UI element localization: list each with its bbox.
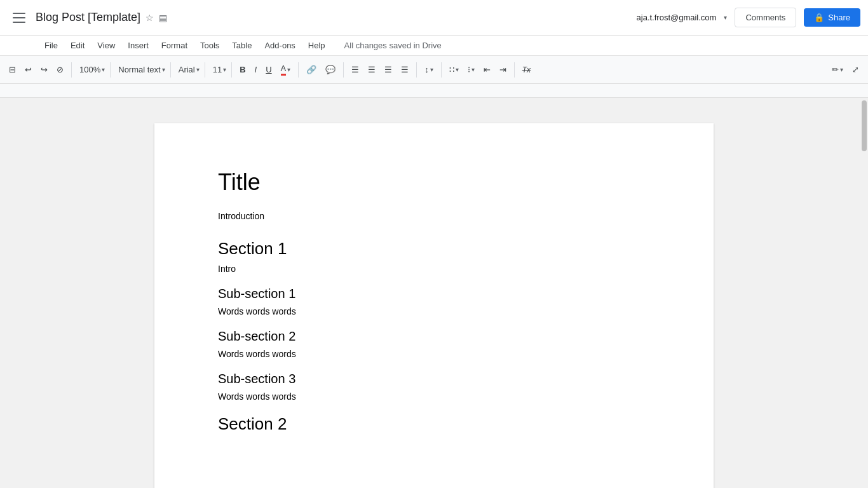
subsection3-body[interactable]: Words words words [218,391,650,402]
link-button[interactable]: 🔗 [302,62,320,77]
decrease-indent-button[interactable]: ⇤ [480,62,494,77]
app-menu-icon[interactable] [8,6,31,29]
font-color-button[interactable]: A ▾ [277,61,295,78]
font-color-chevron: ▾ [287,66,290,73]
clear-formatting-icon: Tx [522,65,531,74]
separator-3 [170,62,171,78]
line-spacing-icon: ↕ [424,65,429,74]
style-value: Normal text [118,65,160,74]
content-area: Title Introduction Section 1 Intro Sub-s… [0,98,868,488]
comment-icon: 💬 [325,65,336,74]
comments-button[interactable]: Comments [735,8,796,27]
lock-icon: 🔒 [814,13,824,22]
font-size-value: 11 [213,65,222,74]
toolbar: ⊟ ↩ ↪ ⊘ 100% ▾ Normal text ▾ Arial ▾ 11 … [0,56,868,84]
align-justify-button[interactable]: ☰ [397,62,412,77]
italic-icon: I [255,65,257,74]
user-email: aja.t.frost@gmail.com [637,13,717,22]
separator-4 [205,62,205,78]
font-color-icon: A [281,64,287,76]
subsection3-heading[interactable]: Sub-section 3 [218,372,650,386]
separator-1 [71,62,72,78]
star-icon[interactable]: ☆ [146,13,154,23]
menu-view[interactable]: View [91,38,121,53]
doc-title-area: Blog Post [Template] ☆ ▤ [36,11,637,24]
bulleted-list-button[interactable]: ⁝ ▾ [464,62,478,77]
align-right-icon: ☰ [384,65,392,74]
font-size-chevron: ▾ [223,66,226,73]
align-left-button[interactable]: ☰ [348,62,363,77]
print-button[interactable]: ⊟ [5,62,20,77]
bold-icon: B [240,65,245,74]
paint-format-icon: ⊘ [57,65,64,74]
menu-format[interactable]: Format [155,38,194,53]
font-dropdown[interactable]: Arial ▾ [175,62,201,77]
ruler [0,84,868,98]
increase-indent-button[interactable]: ⇥ [496,62,510,77]
menu-insert[interactable]: Insert [121,38,155,53]
align-center-button[interactable]: ☰ [364,62,379,77]
menu-file[interactable]: File [38,38,64,53]
top-right-area: aja.t.frost@gmail.com ▾ Comments 🔒 Share [637,8,860,27]
separator-10 [514,62,515,78]
zoom-value: 100% [79,65,100,74]
bold-button[interactable]: B [236,62,249,77]
menu-tools[interactable]: Tools [194,38,226,53]
undo-button[interactable]: ↩ [21,62,36,77]
comment-button[interactable]: 💬 [322,62,339,77]
folder-icon[interactable]: ▤ [159,13,167,23]
pen-icon: ✏ [832,65,839,74]
separator-5 [231,62,232,78]
link-icon: 🔗 [306,65,316,74]
separator-7 [343,62,344,78]
subsection1-heading[interactable]: Sub-section 1 [218,287,650,301]
zoom-chevron: ▾ [102,66,105,73]
pen-color-button[interactable]: ✏ ▾ [828,62,847,77]
subsection1-body[interactable]: Words words words [218,306,650,316]
document-title[interactable]: Title [218,169,650,196]
scrollbar-thumb[interactable] [862,100,867,151]
scrollbar[interactable] [860,98,868,488]
numbered-list-button[interactable]: ∷ ▾ [445,62,463,77]
underline-button[interactable]: U [262,62,275,77]
subsection2-body[interactable]: Words words words [218,349,650,359]
separator-9 [441,62,442,78]
menu-addons[interactable]: Add-ons [258,38,301,53]
print-icon: ⊟ [9,65,16,74]
menu-edit[interactable]: Edit [64,38,91,53]
paint-format-button[interactable]: ⊘ [53,62,67,77]
expand-toolbar-button[interactable]: ⤢ [848,62,863,77]
section1-intro[interactable]: Intro [218,264,650,274]
introduction-text[interactable]: Introduction [218,211,650,221]
subsection2-heading[interactable]: Sub-section 2 [218,329,650,344]
share-button[interactable]: 🔒 Share [804,8,860,27]
separator-6 [298,62,299,78]
font-value: Arial [179,65,195,74]
user-dropdown-arrow[interactable]: ▾ [724,14,727,21]
line-spacing-button[interactable]: ↕ ▾ [421,62,437,77]
clear-formatting-button[interactable]: Tx [519,63,534,77]
menu-help[interactable]: Help [302,38,332,53]
zoom-dropdown[interactable]: 100% ▾ [76,62,106,77]
numbered-list-icon: ∷ [449,65,454,74]
document-page[interactable]: Title Introduction Section 1 Intro Sub-s… [154,123,714,488]
separator-2 [110,62,111,78]
separator-8 [416,62,417,78]
increase-indent-icon: ⇥ [499,65,506,74]
align-right-button[interactable]: ☰ [381,62,396,77]
menu-bar: File Edit View Insert Format Tools Table… [0,36,868,56]
style-dropdown[interactable]: Normal text ▾ [114,62,166,77]
section1-heading[interactable]: Section 1 [218,239,650,259]
redo-icon: ↪ [41,65,48,74]
doc-title[interactable]: Blog Post [Template] [36,11,140,24]
italic-button[interactable]: I [251,62,261,77]
save-status: All changes saved in Drive [344,41,442,50]
bulleted-list-icon: ⁝ [468,65,470,74]
menu-table[interactable]: Table [226,38,258,53]
section2-heading[interactable]: Section 2 [218,414,650,434]
align-justify-icon: ☰ [401,65,409,74]
font-size-dropdown[interactable]: 11 ▾ [209,62,227,77]
decrease-indent-icon: ⇤ [484,65,491,74]
expand-icon: ⤢ [852,65,859,74]
redo-button[interactable]: ↪ [37,62,51,77]
